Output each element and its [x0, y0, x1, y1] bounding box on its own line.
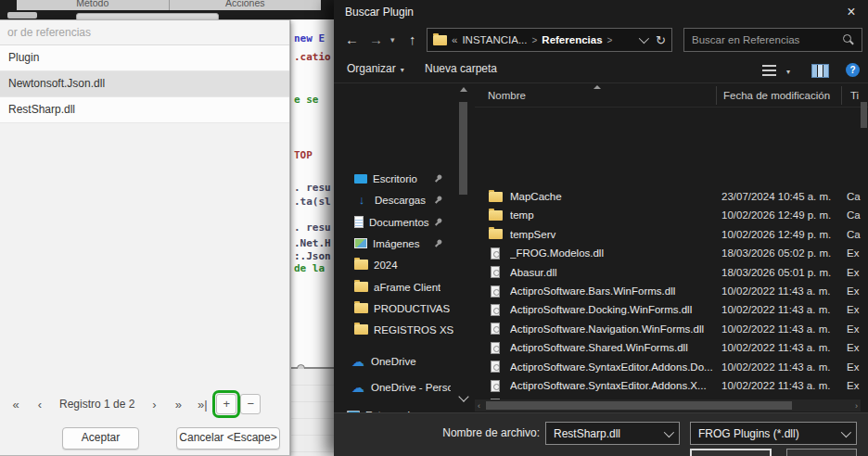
- file-row[interactable]: _FROG.Modelos.dll 18/03/2026 05:02 p. m.…: [475, 244, 864, 262]
- sidebar-item[interactable]: Descargas: [334, 189, 471, 210]
- sidebar-item-label: aFrame Client: [374, 282, 440, 293]
- view-dropdown-icon[interactable]: ▾: [786, 68, 790, 76]
- cancel-button[interactable]: Cancelar: [786, 449, 857, 456]
- folder-icon: [489, 192, 503, 202]
- sidebar-item-label: 2024: [374, 260, 398, 271]
- folder-icon: [489, 229, 503, 239]
- horizontal-scrollbar-thumb[interactable]: [486, 401, 792, 410]
- code-fragment: new E: [294, 32, 325, 44]
- sidebar-item[interactable]: aFrame Client: [334, 276, 471, 298]
- file-row[interactable]: ActiproSoftware.Shared.WinForms.dll 10/0…: [475, 338, 864, 357]
- history-dropdown-icon[interactable]: ▾: [390, 35, 395, 44]
- help-icon[interactable]: ?: [846, 63, 860, 77]
- folder-icon: [354, 260, 368, 270]
- open-button[interactable]: Abrir: [690, 449, 772, 456]
- search-icon[interactable]: [842, 34, 854, 46]
- sidebar-item[interactable]: 2024: [334, 254, 471, 275]
- scroll-up-icon[interactable]: [460, 87, 467, 92]
- file-row[interactable]: temp 10/02/2026 12:49 p. m. Ca: [475, 206, 864, 224]
- document-icon: [354, 216, 364, 228]
- code-fragment: e se: [294, 94, 319, 106]
- sidebar-item[interactable]: Escritorio: [334, 168, 471, 189]
- cancel-button[interactable]: Cancelar <Escape>: [176, 427, 280, 450]
- nav-end-button[interactable]: »|: [192, 398, 212, 412]
- sidebar-item[interactable]: REGISTROS XSB_: [334, 319, 471, 340]
- sidebar-item[interactable]: Documentos: [334, 211, 471, 233]
- chevron-down-icon[interactable]: [664, 426, 674, 437]
- remove-record-button[interactable]: −: [240, 394, 261, 414]
- record-navigator: « ‹ Registro 1 de 2 › » »| + −: [6, 392, 261, 416]
- add-record-button[interactable]: +: [216, 394, 236, 414]
- dll-file-icon: [491, 380, 500, 392]
- file-type-cell: Ex: [847, 267, 859, 278]
- address-bar[interactable]: « INSTANCIA... > Referencias > ↻: [427, 28, 672, 52]
- actions-column-header: Acciones: [170, 0, 322, 10]
- nav-prev-button[interactable]: ‹: [30, 398, 50, 412]
- up-icon[interactable]: ↑: [409, 32, 416, 47]
- title-bar[interactable]: Buscar Plugin ×: [334, 0, 868, 24]
- nav-next-button[interactable]: ›: [144, 398, 164, 412]
- column-divider[interactable]: [716, 86, 717, 105]
- vertical-scrollbar-thumb[interactable]: [861, 102, 867, 128]
- image-icon: [354, 238, 367, 248]
- nav-first-button[interactable]: «: [6, 398, 26, 412]
- forward-icon[interactable]: →: [369, 32, 383, 47]
- code-fragment: . resu: [294, 182, 331, 194]
- new-folder-button[interactable]: Nueva carpeta: [425, 62, 497, 75]
- organize-menu[interactable]: Organizar▾: [347, 62, 404, 75]
- search-input[interactable]: Buscar en Referencias: [683, 28, 862, 52]
- download-icon: [354, 194, 369, 207]
- file-row[interactable]: Abasur.dll 18/03/2026 05:01 p. m. Ex: [475, 263, 864, 282]
- reference-list-item[interactable]: Newtonsoft.Json.dll: [0, 71, 289, 97]
- dll-file-icon: [491, 247, 500, 260]
- file-name-cell: temp: [510, 209, 721, 221]
- sidebar-item-label: Descargas: [375, 195, 426, 206]
- sidebar-item[interactable]: OneDrive: [334, 350, 471, 372]
- sidebar-item[interactable]: OneDrive - Person: [334, 376, 471, 398]
- dialog-title: Buscar Plugin: [345, 6, 414, 19]
- dll-file-icon: [491, 304, 500, 316]
- breadcrumb-segment[interactable]: «: [452, 34, 457, 45]
- close-icon[interactable]: ×: [840, 3, 862, 21]
- name-column-header[interactable]: Nombre: [488, 90, 526, 101]
- filename-combobox[interactable]: RestSharp.dll: [545, 422, 680, 445]
- horizontal-scrollbar[interactable]: ‹ ›: [475, 399, 861, 412]
- file-row[interactable]: ActiproSoftware.Navigation.WinForms.dll …: [475, 320, 864, 338]
- scroll-left-icon[interactable]: ‹: [478, 401, 480, 411]
- filetype-filter-combobox[interactable]: FROG Plugins (*.dll): [690, 422, 857, 445]
- file-row[interactable]: ActiproSoftware.Docking.WinForms.dll 10/…: [475, 300, 864, 319]
- sidebar-item[interactable]: PRODUCTIVAS: [334, 298, 471, 319]
- breadcrumb-segment[interactable]: INSTANCIA...: [462, 34, 527, 45]
- file-row[interactable]: tempServ 10/02/2026 12:49 p. m. Ca: [475, 225, 864, 244]
- file-row[interactable]: ActiproSoftware.SyntaxEditor.Addons.Do..…: [475, 358, 864, 376]
- address-dropdown-icon[interactable]: [639, 33, 649, 44]
- file-row[interactable]: MapCache 23/07/2024 10:45 a. m. Ca: [475, 187, 864, 206]
- file-row[interactable]: ActiproSoftware.Bars.WinForms.dll 10/02/…: [475, 282, 864, 300]
- preview-pane-icon[interactable]: [811, 64, 829, 78]
- file-type-cell: Ca: [847, 191, 861, 202]
- file-date-cell: 18/03/2026 05:01 p. m.: [721, 267, 847, 278]
- code-fragment: .catio: [294, 51, 331, 63]
- refresh-icon[interactable]: ↻: [656, 34, 666, 46]
- date-column-header[interactable]: Fecha de modificación: [723, 90, 830, 101]
- view-mode-icon[interactable]: [762, 65, 776, 76]
- breadcrumb-segment[interactable]: Referencias: [542, 34, 602, 45]
- chevron-down-icon[interactable]: [841, 426, 851, 437]
- method-column-header: Método: [17, 0, 169, 10]
- type-column-header[interactable]: Ti: [850, 90, 859, 101]
- reference-list-item[interactable]: Plugin: [0, 45, 289, 71]
- dll-file-icon: [491, 323, 500, 335]
- command-toolbar: Organizar▾ Nueva carpeta ▾ ?: [334, 56, 868, 83]
- nav-last-button[interactable]: »: [168, 398, 188, 412]
- file-row[interactable]: ActiproSoftware.SyntaxEditor.Addons.X...…: [475, 376, 864, 395]
- grid-header-bar: Método Acciones: [17, 0, 321, 10]
- file-list: Nombre Fecha de modificación Ti MapCache…: [475, 83, 868, 412]
- scroll-right-icon[interactable]: ›: [855, 401, 858, 411]
- filename-value: RestSharp.dll: [554, 427, 664, 440]
- sidebar-item[interactable]: Imágenes: [334, 233, 471, 254]
- column-divider[interactable]: [841, 86, 842, 105]
- accept-button[interactable]: Aceptar: [62, 427, 139, 450]
- reference-list-item[interactable]: RestSharp.dll: [0, 97, 289, 123]
- sidebar-scrollbar-thumb[interactable]: [459, 102, 467, 195]
- back-icon[interactable]: ←: [345, 32, 359, 47]
